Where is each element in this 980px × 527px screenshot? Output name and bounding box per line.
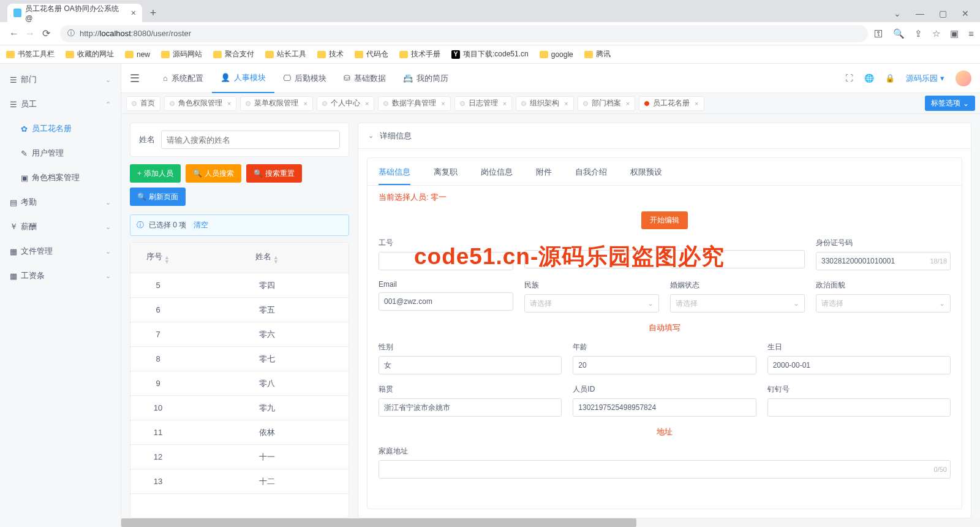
page-tab[interactable]: 组织架构× [516,96,573,111]
tab-close-icon[interactable]: × [564,100,568,107]
page-tab[interactable]: 日志管理× [454,96,512,111]
page-tab[interactable]: 首页 [126,96,160,111]
page-tab[interactable]: 部门档案× [578,96,635,111]
zhengzhi-select[interactable]: 请选择⌄ [816,294,951,313]
add-person-button[interactable]: + 添加人员 [130,164,181,183]
table-row[interactable]: 6零五 [130,298,349,322]
sex-input[interactable] [379,356,562,374]
table-row[interactable]: 13十二 [130,469,349,494]
back-button[interactable]: ← [6,28,22,39]
user-menu[interactable]: 源码乐园 ▾ [906,73,944,84]
profile-icon[interactable]: ≡ [968,28,974,39]
detail-tab[interactable]: 权限预设 [630,167,662,185]
hamburger-icon[interactable]: ☰ [130,72,140,85]
sidebar-item[interactable]: ▤考勤⌄ [0,190,121,214]
bookmark-item[interactable]: 技术 [317,49,344,59]
page-tab[interactable]: 数据字典管理× [378,96,450,111]
col-name[interactable]: 姓名▲▼ [186,251,349,264]
bookmark-item[interactable]: Y项目下载:code51.cn [451,49,529,59]
table-row[interactable]: 8零七 [130,347,349,371]
close-window-icon[interactable]: ✕ [962,9,969,18]
table-row[interactable]: 12十一 [130,445,349,469]
tab-close-icon[interactable]: × [131,8,136,18]
birth-input[interactable] [767,356,951,374]
topnav-item[interactable]: ⌂系统配置 [154,64,212,93]
tab-close-icon[interactable]: × [626,100,630,107]
col-index[interactable]: 序号▲▼ [130,251,186,264]
maximize-icon[interactable]: ▢ [939,9,947,18]
start-edit-button[interactable]: 开始编辑 [641,211,688,229]
table-row[interactable]: 7零六 [130,322,349,347]
extension-icon[interactable]: ▣ [950,28,959,39]
caret-down-icon[interactable]: ⌄ [894,9,901,18]
lock-icon[interactable]: 🔒 [885,74,895,83]
bookmark-item[interactable]: 书签工具栏 [6,49,55,59]
refresh-button[interactable]: 🔍 刷新页面 [130,188,186,206]
scrollbar-thumb[interactable] [121,518,636,527]
sidebar-item[interactable]: ￥薪酬⌄ [0,214,121,239]
bookmark-item[interactable]: new [125,50,150,59]
topnav-item[interactable]: ⛁基础数据 [335,64,394,93]
bookmark-item[interactable]: 腾讯 [584,49,611,59]
detail-tab[interactable]: 基础信息 [379,167,410,185]
page-tab[interactable]: 角色权限管理× [164,96,236,111]
clear-selection-link[interactable]: 清空 [194,220,208,230]
forward-button[interactable]: → [22,28,38,39]
reset-search-button[interactable]: 🔍 搜索重置 [246,164,302,183]
sidebar-subitem[interactable]: ✿员工花名册 [11,116,121,141]
address-bar[interactable]: ⓘ http://localhost:8080/user/roster [60,25,868,42]
phone-input[interactable] [670,250,805,268]
search-input[interactable] [161,131,340,149]
sidebar-item-dept[interactable]: ☰ 部门 ⌄ [0,67,121,92]
topnav-item[interactable]: 👤人事模块 [212,64,274,93]
detail-tab[interactable]: 附件 [536,167,552,185]
bookmark-item[interactable]: google [540,50,573,59]
key-icon[interactable]: ⚿ [874,28,883,39]
tab-close-icon[interactable]: × [441,100,445,107]
browser-tab[interactable]: 员工花名册 OA协同办公系统 @ × [7,4,142,22]
table-row[interactable]: 5零四 [130,273,349,298]
tab-close-icon[interactable]: × [695,100,698,107]
home-addr-input[interactable] [379,460,951,479]
horizontal-scrollbar[interactable] [121,518,980,527]
table-row[interactable]: 9零八 [130,371,349,396]
bookmark-item[interactable]: 收藏的网址 [66,49,114,59]
globe-icon[interactable]: 🌐 [864,74,874,83]
bookmark-item[interactable]: 源码网站 [161,49,202,59]
avatar[interactable] [956,70,971,86]
page-tab[interactable]: 个人中心× [317,96,374,111]
name-input[interactable] [524,250,659,268]
page-tab[interactable]: 员工花名册× [639,96,704,111]
site-info-icon[interactable]: ⓘ [67,28,75,39]
star-icon[interactable]: ☆ [932,28,940,39]
hunyin-select[interactable]: 请选择⌄ [670,294,805,313]
sidebar-subitem[interactable]: ✎用户管理 [11,141,121,165]
search-person-button[interactable]: 🔍 人员搜索 [186,164,241,183]
topnav-item[interactable]: 📇我的简历 [394,64,457,93]
tab-close-icon[interactable]: × [303,100,307,107]
table-row[interactable]: 10零九 [130,396,349,420]
share-icon[interactable]: ⇪ [914,28,922,39]
age-input[interactable] [573,356,756,374]
fullscreen-icon[interactable]: ⛶ [845,74,853,83]
topnav-item[interactable]: 🖵后勤模块 [274,64,335,93]
tab-close-icon[interactable]: × [365,100,369,107]
tab-close-icon[interactable]: × [503,100,507,107]
minimize-icon[interactable]: — [916,9,924,18]
page-tab[interactable]: 菜单权限管理× [240,96,312,111]
sort-icon[interactable]: ▲▼ [273,256,279,264]
dingding-input[interactable] [767,398,951,417]
email-input[interactable] [379,292,513,311]
sidebar-subitem[interactable]: ▣角色档案管理 [11,165,121,190]
reload-button[interactable]: ⟳ [38,28,54,39]
minzu-select[interactable]: 请选择⌄ [524,294,659,313]
gonghao-input[interactable] [379,252,513,270]
bookmark-item[interactable]: 聚合支付 [213,49,254,59]
bookmark-item[interactable]: 站长工具 [265,49,306,59]
detail-tab[interactable]: 自我介绍 [575,167,607,185]
detail-tab[interactable]: 离复职 [434,167,458,185]
search-icon[interactable]: 🔍 [893,28,905,39]
detail-tab[interactable]: 岗位信息 [481,167,513,185]
tab-close-icon[interactable]: × [227,100,231,107]
new-tab-button[interactable]: + [145,7,162,22]
